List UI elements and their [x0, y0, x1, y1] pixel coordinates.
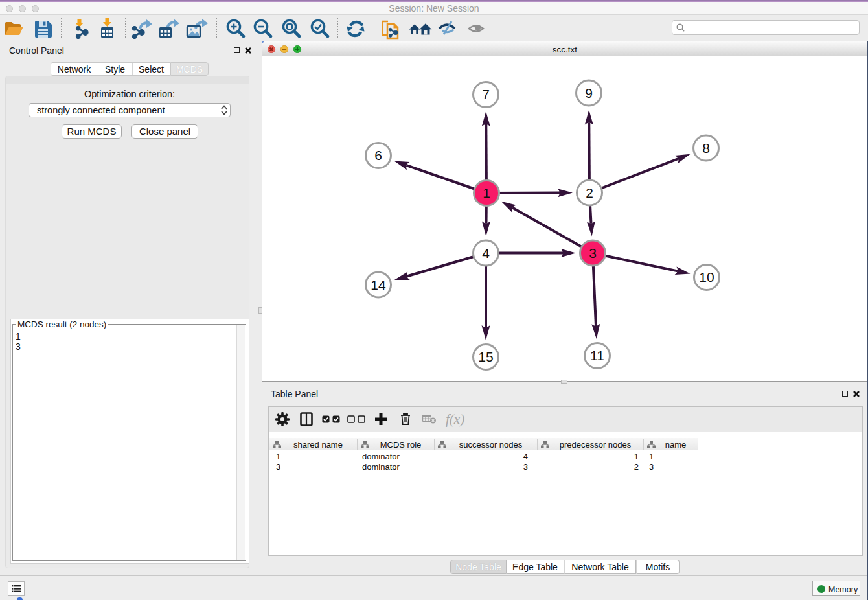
svg-text:14: 14 [371, 277, 386, 292]
svg-text:6: 6 [374, 148, 382, 163]
svg-text:4: 4 [482, 246, 490, 260]
svg-text:9: 9 [585, 86, 593, 100]
svg-text:3: 3 [589, 246, 597, 260]
svg-text:2: 2 [586, 185, 593, 200]
svg-text:15: 15 [478, 349, 493, 364]
svg-text:8: 8 [702, 141, 710, 156]
svg-text:1: 1 [483, 185, 490, 200]
svg-text:7: 7 [482, 87, 490, 102]
svg-text:11: 11 [590, 348, 604, 363]
svg-text:10: 10 [699, 270, 714, 284]
